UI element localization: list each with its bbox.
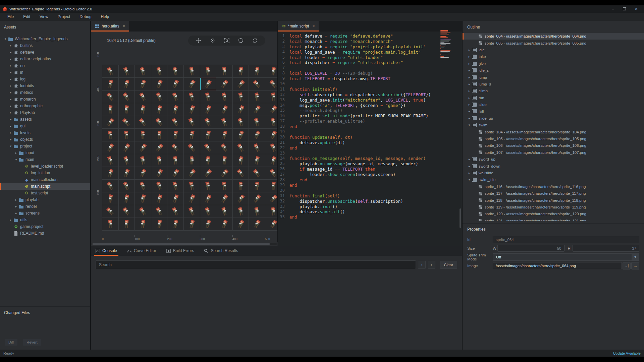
atlas-sprite-cell[interactable] xyxy=(151,103,168,116)
atlas-sprite-cell[interactable] xyxy=(233,192,249,205)
code-vscrollbar[interactable] xyxy=(460,208,461,228)
atlas-sprite-cell[interactable] xyxy=(249,154,265,167)
tree-item-main.script[interactable]: ⚙main.script xyxy=(0,183,90,190)
tree-item-editor-script-atlas[interactable]: ▸editor-script-atlas xyxy=(0,56,90,62)
atlas-sprite-cell[interactable] xyxy=(167,90,184,103)
panel-divider-right[interactable] xyxy=(462,21,463,350)
atlas-sprite-cell[interactable] xyxy=(102,180,119,192)
chevron-right-icon[interactable]: ▸ xyxy=(467,69,471,72)
outline-item-sprite_118[interactable]: sprite_118 - /assets/images/characters/h… xyxy=(463,197,644,203)
tree-item-ludobits[interactable]: ▸ludobits xyxy=(0,82,90,89)
tree-item-log[interactable]: ▸log xyxy=(0,76,90,82)
atlas-sprite-cell[interactable] xyxy=(102,218,119,231)
atlas-sprite-cell[interactable] xyxy=(265,90,277,103)
search-next-button[interactable]: › xyxy=(428,261,435,269)
atlas-sprite-cell[interactable] xyxy=(249,167,265,180)
tree-item-level_loader.script[interactable]: ⚙level_loader.script xyxy=(0,163,90,170)
atlas-sprite-cell[interactable] xyxy=(167,103,184,116)
atlas-sprite-cell[interactable] xyxy=(249,205,265,218)
atlas-sprite-cell[interactable] xyxy=(200,116,217,129)
atlas-sprite-cell[interactable] xyxy=(200,154,217,167)
atlas-sprite-cell[interactable] xyxy=(249,103,265,116)
outline-item-sprite_106[interactable]: sprite_106 - /assets/images/characters/h… xyxy=(463,142,644,149)
revert-button[interactable]: Revert xyxy=(23,339,41,346)
atlas-sprite-cell[interactable] xyxy=(102,167,119,180)
minimize-button[interactable]: – xyxy=(612,7,614,11)
tree-item-screens[interactable]: ▸screens xyxy=(0,210,90,217)
console-tab-search-results[interactable]: Search Results xyxy=(204,246,238,256)
atlas-sprite-cell[interactable] xyxy=(184,90,200,103)
atlas-sprite-cell[interactable] xyxy=(167,154,184,167)
atlas-sprite-cell[interactable] xyxy=(265,129,277,141)
atlas-sprite-cell[interactable] xyxy=(119,154,135,167)
outline-item-sprite_121[interactable]: sprite_121 - /assets/images/characters/h… xyxy=(463,218,644,221)
tree-item-Witchcrafter_Empire_legends[interactable]: ▾Witchcrafter_Empire_legends xyxy=(0,36,90,42)
atlas-sprite-cell[interactable] xyxy=(200,205,217,218)
tree-item-in[interactable]: ▸in xyxy=(0,69,90,76)
outline-item-take[interactable]: ▸take xyxy=(463,53,644,60)
tree-item-err[interactable]: ▸err xyxy=(0,62,90,69)
tab-main-script[interactable]: ⚙ *main.script × xyxy=(278,21,319,32)
atlas-sprite-cell[interactable] xyxy=(200,65,217,78)
atlas-sprite-cell[interactable] xyxy=(233,180,249,192)
atlas-sprite-cell[interactable] xyxy=(200,192,217,205)
atlas-sprite-cell[interactable] xyxy=(265,154,277,167)
chevron-down-icon[interactable]: ▾ xyxy=(3,37,7,41)
atlas-canvas[interactable] xyxy=(102,65,277,231)
rotate-tool-icon[interactable] xyxy=(209,37,216,44)
outline-item-sword_up[interactable]: ▸sword_up xyxy=(463,156,644,163)
atlas-sprite-cell[interactable] xyxy=(119,90,135,103)
console-tab-console[interactable]: Console xyxy=(96,246,117,256)
atlas-sprite-cell[interactable] xyxy=(233,90,249,103)
atlas-sprite-cell[interactable] xyxy=(135,103,151,116)
chevron-right-icon[interactable]: ▸ xyxy=(14,198,18,201)
atlas-sprite-cell[interactable] xyxy=(102,65,119,78)
atlas-sprite-cell[interactable] xyxy=(200,90,217,103)
atlas-sprite-cell[interactable] xyxy=(216,205,233,218)
atlas-sprite-cell[interactable] xyxy=(167,167,184,180)
atlas-sprite-cell[interactable] xyxy=(233,154,249,167)
tree-item-defsave[interactable]: ▸defsave xyxy=(0,49,90,56)
clear-button[interactable]: Clear xyxy=(440,261,457,269)
console-tab-curve-editor[interactable]: Curve Editor xyxy=(127,246,156,256)
atlas-sprite-cell[interactable] xyxy=(151,180,168,192)
tree-item-levels[interactable]: ▸levels xyxy=(0,129,90,136)
tree-item-log_init.lua[interactable]: ⚙log_init.lua xyxy=(0,170,90,176)
atlas-sprite-cell[interactable] xyxy=(135,65,151,78)
chevron-right-icon[interactable]: ▸ xyxy=(467,117,471,120)
atlas-sprite-cell[interactable] xyxy=(135,78,151,90)
atlas-sprite-cell[interactable] xyxy=(184,129,200,141)
outline-item-roll[interactable]: ▸roll xyxy=(463,108,644,115)
chevron-right-icon[interactable]: ▸ xyxy=(467,89,471,93)
outline-item-sword_down[interactable]: ▸sword_down xyxy=(463,163,644,169)
atlas-sprite-cell[interactable] xyxy=(167,78,184,90)
chevron-right-icon[interactable]: ▸ xyxy=(467,103,471,106)
tree-item-gui[interactable]: ▸gui xyxy=(0,123,90,129)
chevron-right-icon[interactable]: ▸ xyxy=(467,62,471,65)
atlas-sprite-cell[interactable] xyxy=(216,78,233,90)
atlas-sprite-cell[interactable] xyxy=(184,154,200,167)
menu-edit[interactable]: Edit xyxy=(19,13,34,20)
tree-item-README.md[interactable]: README.md xyxy=(0,230,90,237)
open-resource-button[interactable]: →| xyxy=(623,262,631,269)
tab-close-icon[interactable]: × xyxy=(312,24,315,28)
atlas-sprite-cell[interactable] xyxy=(135,90,151,103)
atlas-sprite-cell[interactable] xyxy=(135,129,151,141)
atlas-sprite-cell[interactable] xyxy=(216,65,233,78)
atlas-sprite-cell[interactable] xyxy=(200,167,217,180)
atlas-sprite-cell[interactable] xyxy=(102,154,119,167)
atlas-sprite-cell[interactable] xyxy=(184,192,200,205)
chevron-down-icon[interactable]: ▾ xyxy=(14,158,18,161)
tree-item-objects[interactable]: ▸objects xyxy=(0,136,90,143)
code-editor[interactable]: 1local defsave = require "defsave.defsav… xyxy=(278,32,462,246)
chevron-right-icon[interactable]: ▸ xyxy=(467,171,471,175)
atlas-sprite-cell[interactable] xyxy=(119,129,135,141)
outline-item-idle[interactable]: ▸idle xyxy=(463,47,644,53)
chevron-right-icon[interactable]: ▸ xyxy=(467,110,471,113)
tree-item-utils[interactable]: ▸utils xyxy=(0,217,90,223)
atlas-sprite-cell[interactable] xyxy=(102,116,119,129)
atlas-sprite-cell[interactable] xyxy=(167,141,184,154)
atlas-sprite-cell[interactable] xyxy=(167,116,184,129)
atlas-sprite-cell[interactable] xyxy=(233,78,249,90)
atlas-sprite-cell[interactable] xyxy=(184,103,200,116)
